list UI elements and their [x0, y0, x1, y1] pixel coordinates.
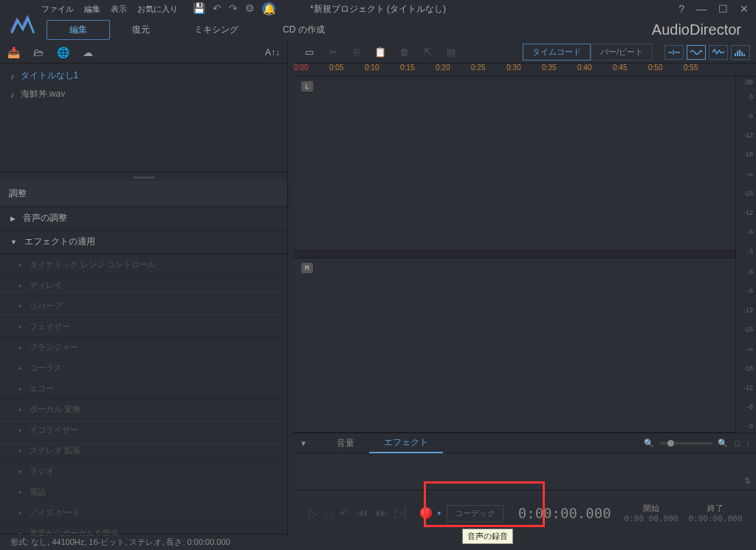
- chevron-right-icon: ▸: [19, 303, 22, 309]
- view-mode-freq-icon[interactable]: [709, 45, 728, 60]
- quick-icons: 💾 ↶ ↷ ⚙ 🔔: [193, 2, 275, 16]
- zoom-v-icon[interactable]: ↕: [746, 439, 751, 447]
- paste-icon[interactable]: 📋: [371, 44, 390, 61]
- save-icon[interactable]: 💾: [193, 2, 205, 16]
- chevron-right-icon: ▸: [19, 406, 22, 413]
- view-mode-compare-icon[interactable]: [664, 45, 684, 60]
- effect-item[interactable]: ▸リバーブ: [0, 295, 287, 316]
- effect-item[interactable]: ▸イコライザー: [0, 419, 287, 440]
- mode-cd[interactable]: CD の作成: [261, 21, 347, 39]
- effect-item[interactable]: ▸ステレオ 拡張: [0, 440, 287, 461]
- view-mode-spectrum-icon[interactable]: [731, 45, 750, 60]
- effect-label: フランジャー: [30, 342, 78, 353]
- normalize-icon[interactable]: ▤: [441, 44, 461, 61]
- effect-item[interactable]: ▸ボーカル 変換: [0, 399, 287, 419]
- record-dropdown-icon[interactable]: ▼: [436, 510, 442, 517]
- horizontal-splitter[interactable]: [288, 41, 294, 536]
- next-icon[interactable]: ▷|: [395, 506, 407, 520]
- chevron-right-icon: ▸: [19, 323, 22, 330]
- timecode-toggle[interactable]: タイムコード: [523, 44, 591, 61]
- start-value[interactable]: 0:00 00.000: [625, 514, 678, 523]
- barbeat-toggle[interactable]: バー/ビート: [591, 44, 653, 61]
- svg-rect-0: [735, 53, 736, 56]
- chevron-right-icon: ▸: [19, 365, 22, 371]
- zoom-slider[interactable]: [660, 442, 712, 444]
- effect-label: 電話: [30, 487, 46, 498]
- db-tick: -12: [739, 306, 753, 314]
- effect-item[interactable]: ▸ノイズ ゲート: [0, 502, 287, 523]
- media-item[interactable]: ♪ 海鮮丼.wav: [0, 85, 287, 103]
- redo-icon[interactable]: ↷: [229, 2, 238, 16]
- db-tick: -∞: [739, 346, 753, 353]
- delete-icon[interactable]: 🗑: [394, 44, 413, 61]
- notification-icon[interactable]: 🔔: [262, 2, 275, 16]
- end-value[interactable]: 0:00:00.000: [688, 514, 742, 523]
- effect-item[interactable]: ▸フェイザー: [0, 316, 287, 337]
- titlebar: ファイル 編集 表示 お気に入り 💾 ↶ ↷ ⚙ 🔔 *新規プロジェクト (タイ…: [0, 0, 756, 18]
- vertical-splitter[interactable]: [0, 173, 287, 182]
- selection-tool-icon[interactable]: ▭: [300, 44, 319, 61]
- waveform-channels[interactable]: L R: [294, 77, 735, 433]
- db-tick: -12: [739, 131, 753, 139]
- menu-favorites[interactable]: お気に入り: [137, 4, 178, 15]
- effect-item[interactable]: ▸ラジオ: [0, 461, 287, 481]
- copy-icon[interactable]: ⎘: [347, 44, 366, 61]
- effect-item[interactable]: ▸フランジャー: [0, 337, 287, 357]
- effect-apply-row[interactable]: ▼ エフェクトの適用: [0, 230, 287, 253]
- audio-adjust-row[interactable]: ▶ 音声の調整: [0, 206, 287, 230]
- effect-item[interactable]: ▸ディレイ: [0, 275, 287, 295]
- fast-forward-icon[interactable]: ⏭: [376, 506, 388, 520]
- minimize-icon[interactable]: —: [693, 1, 709, 16]
- track-area[interactable]: [294, 453, 756, 490]
- rewind-icon[interactable]: ⏮: [357, 506, 368, 520]
- mode-bar: 編集 復元 ミキシング CD の作成 AudioDirector: [0, 18, 756, 41]
- import-folder-icon[interactable]: 🗁: [33, 47, 44, 58]
- cloud-icon[interactable]: ☁: [83, 47, 93, 58]
- view-mode-wave-icon[interactable]: [687, 45, 706, 60]
- sort-button[interactable]: A↑↓: [265, 47, 280, 58]
- db-tick: -18: [739, 190, 753, 197]
- stop-icon[interactable]: □: [325, 506, 332, 520]
- play-icon[interactable]: ▷: [309, 506, 317, 520]
- effect-label: ボーカル 変換: [30, 404, 80, 415]
- maximize-icon[interactable]: ☐: [715, 1, 731, 16]
- download-icon[interactable]: 🌐: [57, 47, 69, 58]
- collapse-down-icon[interactable]: ▼: [300, 439, 307, 447]
- mode-mixing[interactable]: ミキシング: [172, 21, 261, 39]
- media-item[interactable]: ♪ タイトルなし1: [0, 66, 287, 85]
- mode-edit[interactable]: 編集: [47, 20, 110, 40]
- import-media-icon[interactable]: 📥: [7, 47, 20, 58]
- effect-item[interactable]: ▸コーラス: [0, 357, 287, 378]
- channel-right[interactable]: R: [294, 258, 735, 433]
- cut-icon[interactable]: ✂: [323, 44, 343, 61]
- menu-edit[interactable]: 編集: [84, 4, 100, 15]
- effect-item[interactable]: ▸ダイナミック レンジ コントロール: [0, 254, 287, 275]
- effect-item[interactable]: ▸電話: [0, 481, 287, 502]
- record-button[interactable]: [420, 507, 432, 519]
- effect-item[interactable]: ▸エコー: [0, 378, 287, 399]
- help-icon[interactable]: ?: [676, 1, 687, 16]
- crop-icon[interactable]: ⇱: [418, 44, 437, 61]
- close-icon[interactable]: ✕: [737, 1, 752, 16]
- undo-icon[interactable]: ↶: [213, 2, 221, 16]
- timeline-ruler[interactable]: 0:00 0:05 0:10 0:15 0:20 0:25 0:30 0:35 …: [294, 63, 756, 77]
- transport-bar: ▷ □ ↶ ⏮ ⏭ ▷| ▼ コーデック 0:00:00.000 開始 0:00…: [294, 490, 756, 536]
- codec-button[interactable]: コーデック: [447, 505, 504, 522]
- db-tick: -6: [739, 403, 753, 410]
- effect-tab[interactable]: エフェクト: [369, 433, 443, 453]
- settings-icon[interactable]: ⚙: [245, 2, 255, 16]
- window-title: *新規プロジェクト (タイトルなし): [310, 3, 446, 16]
- zoom-out-icon[interactable]: 🔍: [644, 439, 654, 448]
- menu-view[interactable]: 表示: [111, 4, 127, 15]
- mode-restore[interactable]: 復元: [110, 21, 172, 39]
- prev-icon[interactable]: ↶: [340, 506, 349, 520]
- right-panel: ▭ ✂ ⎘ 📋 🗑 ⇱ ▤ タイムコード バー/ビート 0:00 0:05 0:…: [294, 41, 756, 536]
- volume-tab[interactable]: 音量: [322, 434, 369, 453]
- channel-left[interactable]: L: [294, 77, 735, 251]
- ruler-tick: 0:55: [684, 63, 719, 76]
- svg-rect-3: [741, 52, 743, 56]
- zoom-fit-icon[interactable]: ⊡: [734, 439, 740, 448]
- menu-file[interactable]: ファイル: [41, 4, 74, 15]
- time-fields: 開始 0:00 00.000 終了 0:00:00.000: [625, 503, 743, 523]
- zoom-in-icon[interactable]: 🔍: [718, 439, 728, 448]
